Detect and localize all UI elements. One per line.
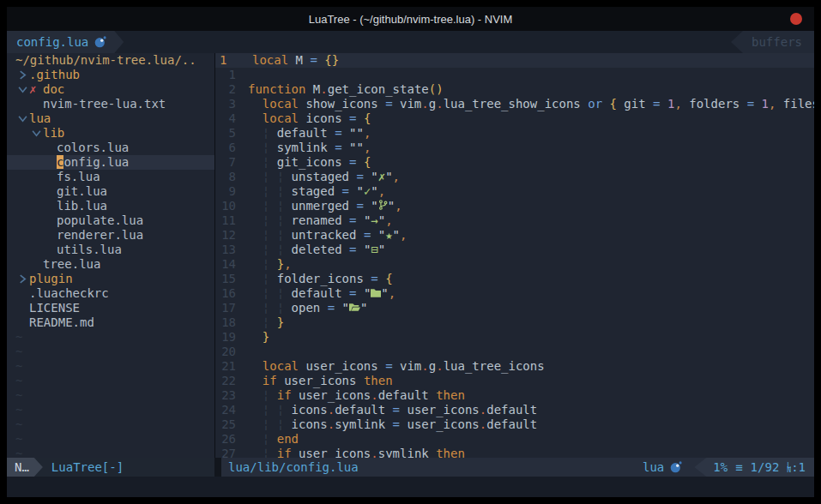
token: deleted <box>292 243 349 256</box>
tree-item-fs-lua[interactable]: fs.lua <box>7 170 214 184</box>
token: { <box>364 155 371 169</box>
tree-item-label: LICENSE <box>29 301 80 315</box>
statusline-right: lua 1% ≡ 1/92 L N :1 <box>643 458 814 477</box>
token: default <box>486 403 537 417</box>
tree-item-colors-lua[interactable]: colors.lua <box>7 141 214 155</box>
token: "" <box>349 126 364 140</box>
token: user_icons <box>305 359 385 373</box>
code-line-text: ¦ ¦ renamed = "→", <box>248 213 393 228</box>
code-line[interactable]: 14 ¦ }, <box>215 257 814 272</box>
tilde-marker: ~ <box>15 359 22 374</box>
tree-item-renderer-lua[interactable]: renderer.lua <box>7 228 214 243</box>
tree-item-utils-lua[interactable]: utils.lua <box>7 243 214 257</box>
token: ¦ <box>248 155 277 169</box>
code-line-text: local user_icons = vim.g.lua_tree_icons <box>248 359 545 374</box>
tree-item-git-lua[interactable]: git.lua <box>7 184 214 199</box>
code-line[interactable]: 15 ¦ folder_icons = { <box>215 272 814 286</box>
token: ¦ <box>248 432 277 446</box>
code-line[interactable]: 18 ¦ } <box>215 315 814 330</box>
token: = <box>349 213 364 227</box>
tree-item-config-lua[interactable]: config.lua <box>7 155 214 170</box>
code-line[interactable]: 4 local icons = { <box>215 111 814 126</box>
tree-item-license[interactable]: LICENSE <box>7 301 214 315</box>
code-line-text: ¦ }, <box>248 257 292 272</box>
token: if <box>277 388 299 402</box>
chevron-right-icon <box>15 274 29 284</box>
token: git_icons <box>277 155 349 169</box>
code-line[interactable]: 3 local show_icons = vim.g.lua_tree_show… <box>215 97 814 111</box>
code-line[interactable]: 12 ¦ ¦ untracked = "★", <box>215 228 814 243</box>
token: if <box>263 374 284 387</box>
statusline-divider <box>214 458 221 477</box>
code-line[interactable]: 27 ¦ if user_icons.symlink then <box>215 447 814 458</box>
tree-item-readme-md[interactable]: README.md <box>7 315 214 330</box>
token: M <box>296 53 311 67</box>
tree-item-lib[interactable]: lib <box>7 126 214 141</box>
code-line[interactable]: 19 } <box>215 330 814 345</box>
tree-item-plugin[interactable]: plugin <box>7 272 214 286</box>
buffers-segment[interactable]: buffers <box>731 31 814 53</box>
code-line[interactable]: 22 if user_icons then <box>215 374 814 388</box>
token <box>248 97 263 111</box>
code-line[interactable]: 21 local user_icons = vim.g.lua_tree_ico… <box>215 359 814 374</box>
token: " <box>378 243 385 256</box>
code-line-text: local M = {} <box>252 53 339 68</box>
code-line[interactable]: 26 ¦ end <box>215 432 814 447</box>
code-line[interactable]: 1 <box>215 68 814 82</box>
tree-cursor: c <box>57 155 63 169</box>
token: , <box>385 213 392 227</box>
code-line[interactable]: 20 <box>215 345 814 359</box>
code-line[interactable]: 25 ¦ ¦ icons.symlink = user_icons.defaul… <box>215 417 814 432</box>
code-line-text: local show_icons = vim.g.lua_tree_show_i… <box>248 97 814 111</box>
code-line[interactable]: 8 ¦ ¦ unstaged = "✗", <box>215 170 814 184</box>
tab-config-lua[interactable]: config.lua <box>7 31 124 53</box>
code-line[interactable]: 5 ¦ default = "", <box>215 126 814 141</box>
token: = <box>310 53 324 67</box>
tree-item-nvim-tree-lua-txt[interactable]: nvim-tree-lua.txt <box>7 97 214 111</box>
tree-item-populate-lua[interactable]: populate.lua <box>7 213 214 228</box>
code-line[interactable]: 9 ¦ ¦ staged = "✓", <box>215 184 814 199</box>
code-line-text: ¦ ¦ icons.default = user_icons.default <box>248 403 537 417</box>
tree-item-doc[interactable]: ✗doc <box>7 82 214 97</box>
token: default <box>486 417 537 431</box>
token: . <box>328 403 335 417</box>
tree-item--github[interactable]: .github <box>7 68 214 82</box>
token: = <box>349 155 364 169</box>
line-number: 23 <box>215 388 236 403</box>
code-line[interactable]: 24 ¦ ¦ icons.default = user_icons.defaul… <box>215 403 814 417</box>
token: renamed <box>292 213 349 227</box>
token: = <box>356 199 371 213</box>
code-line[interactable]: 1local M = {} <box>215 53 814 68</box>
code-line[interactable]: 17 ¦ ¦ open = "" <box>215 301 814 315</box>
code-line[interactable]: 6 ¦ symlink = "", <box>215 141 814 155</box>
token: symlink <box>335 417 392 431</box>
token: " <box>371 199 377 213</box>
code-line[interactable]: 7 ¦ git_icons = { <box>215 155 814 170</box>
line-number: 6 <box>215 141 236 155</box>
empty-line-tilde: ~ <box>7 417 214 432</box>
tree-item--luacheckrc[interactable]: .luacheckrc <box>7 286 214 301</box>
token: = <box>747 97 762 111</box>
empty-line-tilde: ~ <box>7 432 214 447</box>
token: default <box>378 388 436 402</box>
code-line[interactable]: 13 ¦ ¦ deleted = "⊟" <box>215 243 814 257</box>
code-line[interactable]: 23 ¦ if user_icons.default then <box>215 388 814 403</box>
tree-item-tree-lua[interactable]: tree.lua <box>7 257 214 272</box>
tree-item-lua[interactable]: lua <box>7 111 214 126</box>
code-line[interactable]: 10 ¦ ¦ unmerged = "", <box>215 199 814 213</box>
token: open <box>292 301 328 315</box>
token: lua_tree_show_icons <box>444 97 589 111</box>
code-line-text: ¦ git_icons = { <box>248 155 371 170</box>
tree-item-label: ~/github/nvim-tree.lua/.. <box>15 53 196 68</box>
code-line[interactable]: 11 ¦ ¦ renamed = "→", <box>215 213 814 228</box>
tree-item-label: tree.lua <box>43 257 100 272</box>
status-line: N… LuaTree[-] lua/lib/config.lua lua 1% … <box>7 458 814 477</box>
close-button[interactable] <box>790 13 802 25</box>
tab-line: config.lua buffers <box>7 31 814 53</box>
token: ¦ <box>248 315 277 329</box>
code-line[interactable]: 16 ¦ ¦ default = "", <box>215 286 814 301</box>
code-line[interactable]: 2function M.get_icon_state() <box>215 82 814 97</box>
tree-item-lib-lua[interactable]: lib.lua <box>7 199 214 213</box>
command-line[interactable] <box>7 477 814 497</box>
token: " <box>385 170 392 183</box>
